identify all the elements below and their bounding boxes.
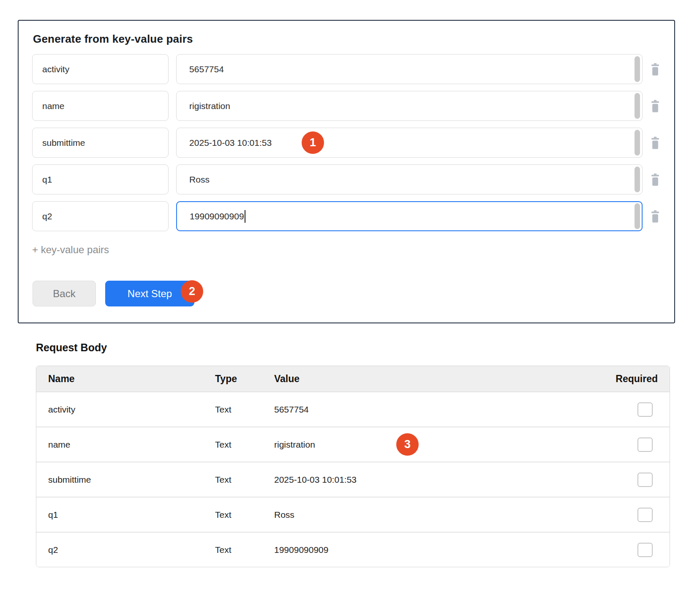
cell-type: Text (215, 475, 274, 485)
request-body-table: Name Type Value Required activity Text 5… (36, 366, 670, 567)
key-value-row: q2 19909090909 (32, 201, 662, 231)
text-caret (245, 210, 245, 223)
delete-row-button[interactable] (648, 62, 662, 77)
annotation-badge: 3 (396, 433, 419, 456)
cell-required (602, 402, 658, 417)
cell-type: Text (215, 405, 274, 415)
value-input[interactable]: 19909090909 (176, 201, 643, 231)
cell-required (602, 473, 658, 487)
annotation-badge-2: 2 (181, 280, 203, 303)
value-input[interactable]: 5657754 (176, 54, 643, 84)
scrollbar-thumb[interactable] (635, 167, 640, 192)
column-header-required: Required (602, 373, 658, 385)
value-input-wrap: 5657754 (176, 54, 643, 84)
scrollbar-thumb[interactable] (635, 93, 640, 119)
table-row: submittime Text 2025-10-03 10:01:53 (36, 462, 670, 497)
delete-row-button[interactable] (648, 136, 662, 150)
key-value-row: name rigistration (32, 91, 662, 121)
key-value-row: submittime 2025-10-03 10:01:53 1 (32, 128, 662, 158)
panel-title: Generate from key-value pairs (33, 33, 193, 46)
column-header-value: Value (274, 373, 602, 385)
value-text: rigistration (189, 101, 230, 111)
cell-required (602, 437, 658, 452)
cell-name: q1 (48, 510, 215, 520)
table-row: q1 Text Ross (36, 497, 670, 532)
value-text: 19909090909 (190, 211, 244, 221)
value-input-wrap: 19909090909 (176, 201, 643, 231)
cell-value: rigistration (274, 440, 602, 450)
scrollbar-thumb[interactable] (635, 130, 640, 156)
required-checkbox[interactable] (637, 473, 653, 487)
value-input-wrap: rigistration (176, 91, 643, 121)
value-input[interactable]: rigistration (176, 91, 643, 121)
back-button[interactable]: Back (33, 281, 96, 306)
value-input[interactable]: Ross (176, 164, 643, 194)
table-row: activity Text 5657754 (36, 391, 670, 426)
scrollbar-thumb[interactable] (635, 56, 640, 82)
cell-value: 19909090909 (274, 545, 602, 555)
key-value-row: q1 Ross (32, 164, 662, 194)
cell-name: q2 (48, 545, 215, 555)
trash-icon (650, 210, 661, 223)
trash-icon (650, 137, 661, 149)
panel-actions: Back Next Step 2 (33, 281, 203, 306)
annotation-badge: 1 (302, 131, 324, 154)
request-body-heading: Request Body (36, 342, 107, 354)
required-checkbox[interactable] (637, 437, 653, 452)
cell-name: activity (48, 405, 215, 415)
trash-icon (650, 63, 661, 76)
table-row: q2 Text 19909090909 (36, 532, 670, 567)
value-text: 2025-10-03 10:01:53 (189, 138, 272, 148)
value-text: Ross (189, 175, 210, 185)
cell-name: submittime (48, 475, 215, 485)
cell-value: Ross (274, 510, 602, 520)
cell-required (602, 508, 658, 522)
key-input[interactable]: submittime (32, 128, 169, 158)
table-row: name Text rigistration 3 (36, 426, 670, 462)
value-input-wrap: Ross (176, 164, 643, 194)
required-checkbox[interactable] (637, 543, 653, 557)
cell-type: Text (215, 510, 274, 520)
scrollbar-thumb[interactable] (635, 203, 640, 229)
cell-value: 2025-10-03 10:01:53 (274, 475, 602, 485)
key-input[interactable]: q2 (32, 201, 169, 231)
delete-row-button[interactable] (648, 172, 662, 187)
key-value-panel: Generate from key-value pairs activity 5… (18, 20, 675, 323)
key-value-row: activity 5657754 (32, 54, 662, 84)
trash-icon (650, 173, 661, 186)
column-header-type: Type (215, 373, 274, 385)
add-key-value-link[interactable]: + key-value pairs (32, 244, 109, 256)
delete-row-button[interactable] (648, 209, 662, 224)
table-body: activity Text 5657754 name Text rigistra… (36, 391, 670, 567)
key-input[interactable]: activity (32, 54, 169, 84)
table-header-row: Name Type Value Required (36, 366, 670, 391)
value-input-wrap: 2025-10-03 10:01:53 1 (176, 128, 643, 158)
value-text: 5657754 (189, 64, 224, 74)
key-value-rows: activity 5657754 name rigistration (32, 54, 662, 238)
cell-type: Text (215, 545, 274, 555)
cell-value: 5657754 (274, 405, 602, 415)
cell-type: Text (215, 440, 274, 450)
key-input[interactable]: name (32, 91, 169, 121)
trash-icon (650, 100, 661, 112)
cell-name: name (48, 440, 215, 450)
column-header-name: Name (48, 373, 215, 385)
key-input[interactable]: q1 (32, 164, 169, 194)
value-input[interactable]: 2025-10-03 10:01:53 (176, 128, 643, 158)
required-checkbox[interactable] (637, 508, 653, 522)
cell-required (602, 543, 658, 557)
required-checkbox[interactable] (637, 402, 653, 417)
delete-row-button[interactable] (648, 99, 662, 113)
